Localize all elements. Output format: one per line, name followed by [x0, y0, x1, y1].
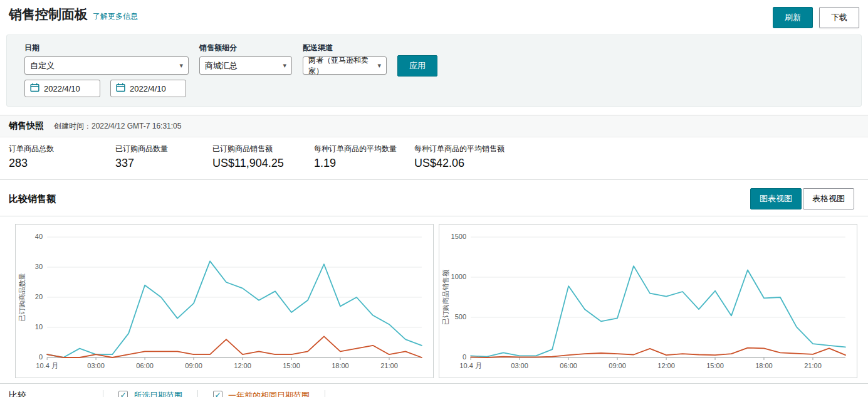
previous-year-label: 一年前的相同日期范围 — [228, 390, 310, 397]
snapshot-stats-row: 订单商品总数 283 已订购商品数量 337 已订购商品销售额 US$11,90… — [0, 137, 868, 179]
breakdown-selected-value: 商城汇总 — [205, 60, 238, 71]
svg-text:40: 40 — [35, 233, 43, 241]
svg-text:已订购商品数量: 已订购商品数量 — [18, 273, 26, 322]
chevron-down-icon: ▾ — [283, 61, 286, 70]
svg-text:20: 20 — [35, 294, 43, 301]
svg-text:1000: 1000 — [451, 273, 467, 281]
compare-legend-row: 比较 这是什么 ✓ 所选日期范围 337 商品数量 US$11,904.25 ✓… — [0, 383, 868, 397]
units-ordered-chart-panel: 01020304010.4 月03:0006:0009:0012:0015:00… — [15, 224, 434, 378]
date-range-select[interactable]: 自定义 ▾ — [24, 56, 189, 75]
breakdown-filter-label: 销售额细分 — [199, 43, 292, 53]
svg-text:09:00: 09:00 — [185, 362, 202, 369]
date-range-selected-value: 自定义 — [30, 60, 55, 71]
refresh-button[interactable]: 刷新 — [773, 7, 813, 28]
end-date-value: 2022/4/10 — [130, 84, 166, 93]
svg-text:已订购商品销售额: 已订购商品销售额 — [442, 270, 449, 325]
stat-units-ordered: 已订购商品数量 337 — [115, 144, 212, 170]
svg-text:12:00: 12:00 — [234, 362, 251, 369]
svg-text:06:00: 06:00 — [136, 362, 154, 369]
previous-year-checkbox[interactable]: ✓ — [213, 391, 222, 397]
svg-text:06:00: 06:00 — [560, 362, 577, 369]
svg-text:09:00: 09:00 — [609, 362, 626, 369]
chevron-down-icon: ▾ — [179, 61, 183, 70]
svg-text:500: 500 — [455, 314, 466, 321]
start-date-input[interactable]: 2022/4/10 — [24, 80, 100, 97]
svg-text:0: 0 — [39, 354, 43, 361]
start-date-value: 2022/4/10 — [44, 84, 80, 93]
compare-legend-intro: 比较 这是什么 — [0, 390, 103, 397]
stat-avg-sales-per-order-item: 每种订单商品的平均销售额 US$42.06 — [414, 144, 512, 170]
selected-range-checkbox[interactable]: ✓ — [118, 391, 128, 397]
download-button[interactable]: 下载 — [819, 7, 859, 28]
end-date-input[interactable]: 2022/4/10 — [110, 80, 186, 97]
view-toggle: 图表视图 表格视图 — [750, 188, 854, 209]
channel-filter-group: 配送渠道 两者（亚马逊和卖家） ▾ — [303, 43, 387, 75]
learn-more-link[interactable]: 了解更多信息 — [93, 11, 138, 22]
selected-range-label: 所选日期范围 — [133, 390, 182, 397]
svg-text:18:00: 18:00 — [332, 362, 349, 369]
chart-view-button[interactable]: 图表视图 — [750, 188, 802, 209]
calendar-icon — [116, 83, 125, 94]
units-ordered-line-chart[interactable]: 01020304010.4 月03:0006:0009:0012:0015:00… — [17, 228, 432, 376]
compare-legend-title: 比较 — [9, 390, 94, 397]
chevron-down-icon: ▾ — [377, 61, 381, 70]
svg-text:30: 30 — [35, 263, 43, 271]
calendar-icon — [30, 83, 39, 94]
snapshot-title: 销售快照 — [9, 120, 44, 132]
channel-selected-value: 两者（亚马逊和卖家） — [308, 55, 374, 77]
svg-text:15:00: 15:00 — [706, 362, 724, 369]
page-header: 销售控制面板 了解更多信息 刷新 下载 — [0, 0, 868, 32]
filter-panel: 日期 自定义 ▾ 2022/4/10 2022/4/10 销售额细分 商城汇总 — [6, 34, 862, 107]
compare-sales-title: 比较销售额 — [9, 193, 56, 205]
channel-filter-label: 配送渠道 — [303, 43, 387, 53]
svg-text:1500: 1500 — [451, 233, 467, 241]
sales-breakdown-select[interactable]: 商城汇总 ▾ — [199, 56, 292, 75]
apply-button[interactable]: 应用 — [397, 55, 437, 77]
svg-text:10: 10 — [35, 324, 43, 331]
svg-text:03:00: 03:00 — [87, 362, 105, 369]
svg-text:10.4 月: 10.4 月 — [36, 362, 58, 369]
page-title: 销售控制面板 — [9, 6, 88, 23]
date-filter-group: 日期 自定义 ▾ 2022/4/10 2022/4/10 — [24, 43, 189, 97]
compare-body: 01020304010.4 月03:0006:0009:0012:0015:00… — [0, 216, 868, 397]
svg-text:03:00: 03:00 — [511, 362, 528, 369]
svg-text:18:00: 18:00 — [755, 362, 773, 369]
svg-text:21:00: 21:00 — [804, 362, 822, 369]
table-view-button[interactable]: 表格视图 — [803, 188, 854, 209]
breakdown-filter-group: 销售额细分 商城汇总 ▾ — [199, 43, 292, 75]
legend-item-previous-year: ✓ 一年前的相同日期范围 47 商品数量 US$1,199.30 — [198, 390, 325, 397]
legend-item-selected-range: ✓ 所选日期范围 337 商品数量 US$11,904.25 — [103, 390, 198, 397]
snapshot-created-time: 创建时间：2022/4/12 GMT-7 16:31:05 — [54, 121, 181, 132]
stat-ordered-product-sales: 已订购商品销售额 US$11,904.25 — [212, 144, 314, 170]
stat-avg-units-per-order-item: 每种订单商品的平均数量 1.19 — [314, 144, 414, 170]
sales-snapshot-section: 销售快照 创建时间：2022/4/12 GMT-7 16:31:05 订单商品总… — [0, 115, 868, 180]
svg-text:0: 0 — [463, 354, 466, 361]
svg-text:10.4 月: 10.4 月 — [459, 362, 482, 369]
date-filter-label: 日期 — [24, 43, 189, 53]
stat-total-order-items: 订单商品总数 283 — [9, 144, 115, 170]
svg-text:21:00: 21:00 — [380, 362, 398, 369]
product-sales-chart-panel: 05001000150010.4 月03:0006:0009:0012:0015… — [439, 224, 857, 378]
compare-sales-section: 比较销售额 图表视图 表格视图 01020304010.4 月03:0006:0… — [0, 180, 868, 397]
fulfillment-channel-select[interactable]: 两者（亚马逊和卖家） ▾ — [303, 56, 387, 75]
svg-text:12:00: 12:00 — [657, 362, 675, 369]
svg-text:15:00: 15:00 — [283, 362, 300, 369]
product-sales-line-chart[interactable]: 05001000150010.4 月03:0006:0009:0012:0015… — [441, 228, 855, 376]
